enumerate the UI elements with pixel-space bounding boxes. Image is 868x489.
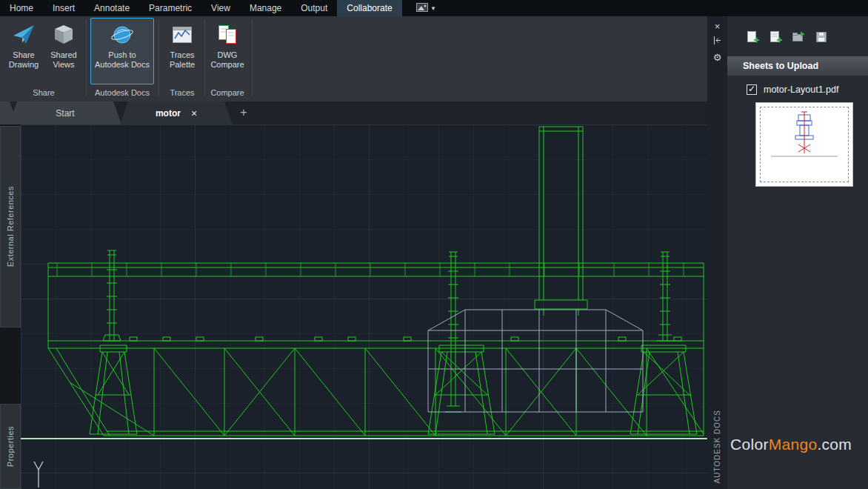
- docs-palette-titlebar: × ⚙ AUTODESK DOCS: [707, 16, 727, 489]
- shared-views-label: SharedViews: [50, 50, 76, 70]
- traces-palette-label: TracesPalette: [170, 50, 195, 70]
- ribbon: ShareDrawing SharedViews: [0, 16, 707, 102]
- add-current-sheet-icon[interactable]: [768, 30, 783, 44]
- push-to-autodesk-docs-button[interactable]: Push toAutodesk Docs: [90, 18, 154, 84]
- save-icon[interactable]: [814, 30, 829, 44]
- shared-views-icon: [52, 21, 76, 48]
- share-drawing-label: ShareDrawing: [9, 50, 39, 70]
- sheets-to-upload-header: Sheets to Upload: [727, 56, 868, 76]
- panel-toolbar: [745, 30, 829, 44]
- tab-start[interactable]: Start: [9, 102, 121, 124]
- dwg-compare-button[interactable]: DWGCompare: [207, 18, 247, 84]
- palette-settings-gear-icon[interactable]: ⚙: [712, 52, 723, 63]
- menu-manage[interactable]: Manage: [240, 0, 291, 16]
- dwg-compare-label: DWGCompare: [210, 50, 244, 70]
- palette-tab-properties[interactable]: Properties: [0, 404, 21, 489]
- tab-close-icon[interactable]: ×: [191, 108, 197, 119]
- palette-vertical-title: AUTODESK DOCS: [707, 410, 727, 484]
- autodesk-docs-panel: Sheets to Upload ✓ motor-Layout1.pdf: [727, 16, 868, 489]
- watermark: ColorMango.com: [730, 436, 852, 453]
- ribbon-separator: [86, 19, 87, 96]
- drawing-canvas[interactable]: [21, 124, 707, 489]
- shared-views-button[interactable]: SharedViews: [44, 18, 83, 84]
- ucs-icon: [34, 462, 43, 488]
- tab-motor[interactable]: motor ×: [120, 102, 233, 124]
- sheet-row[interactable]: ✓ motor-Layout1.pdf: [727, 82, 868, 98]
- left-palette-strip: External References Properties: [0, 124, 21, 489]
- palette-tab-external-references[interactable]: External References: [0, 126, 21, 327]
- autodesk-docs-globe-icon: [110, 21, 135, 48]
- menu-output[interactable]: Output: [291, 0, 337, 16]
- open-folder-icon[interactable]: [791, 30, 806, 44]
- file-tab-bar: Start motor × +: [0, 102, 707, 124]
- ribbon-separator: [158, 19, 159, 96]
- checkmark-icon: ✓: [748, 84, 755, 94]
- new-tab-button[interactable]: +: [236, 104, 252, 121]
- dwg-compare-icon: [216, 21, 239, 48]
- sheet-name: motor-Layout1.pdf: [764, 84, 838, 95]
- ribbon-separator: [204, 19, 205, 96]
- thumbnail-preview-drawing: [761, 107, 848, 182]
- ribbon-group-share: Share: [4, 86, 83, 101]
- ribbon-options-button[interactable]: ▾: [410, 0, 442, 16]
- traces-palette-icon: [170, 21, 194, 48]
- properties-label: Properties: [6, 426, 15, 467]
- ribbon-separator: [252, 19, 253, 96]
- external-references-label: External References: [6, 186, 15, 267]
- share-drawing-icon: [12, 21, 36, 48]
- menu-collaborate[interactable]: Collaborate: [337, 0, 401, 16]
- ribbon-group-compare: Compare: [207, 86, 247, 101]
- palette-close-icon[interactable]: ×: [712, 21, 723, 32]
- main-area: External References Properties: [0, 124, 868, 489]
- thumbnail-border: [760, 107, 849, 182]
- sheet-checkbox[interactable]: ✓: [747, 84, 757, 95]
- ribbon-group-autodesk-docs: Autodesk Docs: [90, 86, 154, 101]
- motor-wireframe-drawing: [21, 124, 707, 489]
- menu-home[interactable]: Home: [0, 0, 43, 16]
- menu-parametric[interactable]: Parametric: [139, 0, 201, 16]
- palette-autohide-pin-icon[interactable]: [712, 36, 723, 47]
- push-to-autodesk-docs-label: Push toAutodesk Docs: [95, 50, 150, 70]
- tab-start-label: Start: [56, 108, 74, 119]
- sheet-thumbnail[interactable]: [755, 102, 853, 187]
- menu-annotate[interactable]: Annotate: [84, 0, 139, 16]
- ribbon-group-traces: Traces: [163, 86, 201, 101]
- autocad-window: Home Insert Annotate Parametric View Man…: [0, 0, 868, 489]
- menu-insert[interactable]: Insert: [43, 0, 84, 16]
- share-drawing-button[interactable]: ShareDrawing: [4, 18, 43, 84]
- traces-palette-button[interactable]: TracesPalette: [163, 18, 201, 84]
- tab-motor-label: motor: [156, 108, 181, 119]
- caret-down-icon: ▾: [432, 4, 435, 12]
- add-sheet-icon[interactable]: [745, 30, 760, 44]
- menubar: Home Insert Annotate Parametric View Man…: [0, 0, 868, 16]
- image-icon: [416, 1, 428, 15]
- menu-view[interactable]: View: [201, 0, 240, 16]
